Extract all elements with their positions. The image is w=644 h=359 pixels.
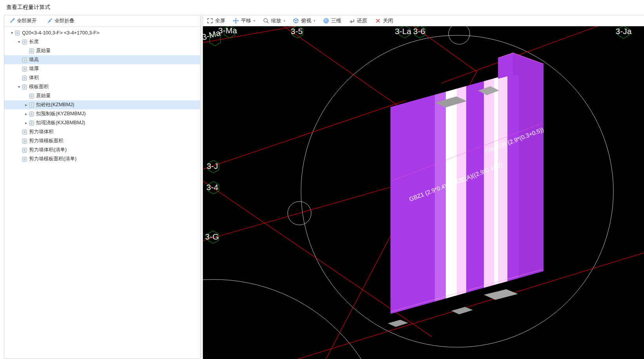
document-icon [29, 111, 34, 117]
calculation-tree-panel: 全部展开 全部折叠 ▾Q20<3-4-100,3-F> <3-4+1700,3-… [4, 15, 201, 359]
document-icon [22, 39, 27, 45]
tree-item-label: 墙厚 [29, 65, 39, 72]
tree-caret-icon[interactable]: ▾ [16, 85, 22, 89]
grid-axis-label: 3-5 [291, 27, 303, 36]
viewer-restore-button[interactable]: 还原 [349, 17, 367, 24]
tree-item-label: Q20<3-4-100,3-F> <3-4+1700,3-F> [22, 30, 99, 36]
collapse-all-button[interactable]: 全部折叠 [47, 18, 74, 24]
wall-3d-element[interactable]: GBZ106 (2.9*(0.3+0.5))GBZ1 (2.9*0.4)*2+2… [388, 50, 545, 327]
title-bar: 查看工程量计算式 [0, 0, 644, 15]
document-icon [22, 156, 27, 162]
document-icon [22, 138, 27, 144]
tree-item-label: 长度 [29, 38, 39, 45]
tree-item[interactable]: 剪力墙体积 [4, 127, 200, 136]
tree-item-label: 剪力墙模板面积 [29, 138, 64, 144]
threed-icon [323, 18, 329, 24]
tree-item[interactable]: 剪力墙模板面积 [4, 136, 200, 145]
tree-item-label: 原始量 [36, 92, 51, 99]
grid-axis-label: 3-G [205, 232, 219, 241]
tree-caret-icon[interactable]: ▸ [23, 112, 29, 116]
tree-caret-icon[interactable]: ▸ [23, 121, 29, 125]
viewer-button-label: 三维 [331, 17, 341, 24]
zoom-icon [263, 18, 269, 24]
restore-icon [349, 18, 355, 24]
viewer-button-label: 缩放 [271, 17, 281, 24]
tree-item-label: 剪力墙体积 [29, 129, 54, 135]
document-icon [22, 57, 27, 63]
viewer-pan-button[interactable]: 平移▾ [233, 17, 255, 24]
viewer-button-label: 关闭 [383, 17, 393, 24]
calculation-tree: ▾Q20<3-4-100,3-F> <3-4+1700,3-F>▾长度原始量墙高… [4, 27, 200, 163]
bottom-reference-arc [203, 279, 390, 359]
tree-item[interactable]: 墙高 [4, 55, 200, 64]
wall-front-face [390, 50, 544, 324]
tree-item[interactable]: ▸扣砼柱(KZMBMJ) [4, 100, 200, 109]
tree-item-label: 原始量 [36, 47, 51, 54]
viewer-button-label: 还原 [357, 17, 367, 24]
tree-item-label: 剪力墙模板面积(清单) [29, 156, 77, 162]
tree-item[interactable]: ▾Q20<3-4-100,3-F> <3-4+1700,3-F> [4, 28, 200, 37]
tree-item[interactable]: 剪力墙模板面积(清单) [4, 154, 200, 163]
tree-item-label: 扣现浇板(KXJBMBMJ) [36, 120, 85, 126]
document-icon [22, 66, 27, 72]
document-icon [29, 102, 34, 108]
viewer-topview-button[interactable]: 俯视▾ [293, 17, 316, 24]
tree-item-label: 扣砼柱(KZMBMJ) [36, 102, 74, 108]
viewer-zoom-button[interactable]: 缩放▾ [263, 17, 286, 24]
topview-icon [293, 18, 299, 24]
fullscreen-icon [207, 18, 213, 24]
dropdown-caret-icon[interactable]: ▾ [254, 19, 255, 23]
collapse-all-icon [47, 18, 53, 24]
tree-item[interactable]: ▸扣现浇板(KXJBMBMJ) [4, 118, 200, 127]
document-icon [22, 129, 27, 135]
grid-axis-label: 3-Ja [616, 27, 632, 36]
viewer-button-label: 俯视 [301, 17, 311, 24]
grid-axis-label: 3-Ma [218, 26, 237, 35]
tree-item-label: 扣预制板(KYZBMBMJ) [36, 111, 86, 117]
tree-item[interactable]: ▸扣预制板(KYZBMBMJ) [4, 109, 200, 118]
viewer-panel: 全屏平移▾缩放▾俯视▾三维还原关闭 [203, 15, 644, 359]
document-icon [22, 84, 27, 90]
tree-item-label: 模板面积 [29, 83, 49, 90]
document-icon [15, 30, 20, 36]
expand-all-label: 全部展开 [17, 18, 36, 24]
viewport-3d-canvas[interactable]: GBZ106 (2.9*(0.3+0.5))GBZ1 (2.9*0.4)*2+2… [203, 26, 644, 359]
grid-axis-label: 3-La [395, 27, 411, 36]
grid-axis-label: 3-J [206, 161, 218, 170]
tree-item[interactable]: ▾模板面积 [4, 82, 200, 91]
tree-item[interactable]: 原始量 [4, 46, 200, 55]
page-title: 查看工程量计算式 [6, 4, 50, 11]
expand-all-icon [9, 18, 15, 24]
document-icon [29, 48, 34, 54]
viewer-close-button[interactable]: 关闭 [375, 17, 393, 24]
viewer-toolbar: 全屏平移▾缩放▾俯视▾三维还原关闭 [203, 15, 644, 26]
tree-item[interactable]: ▾长度 [4, 37, 200, 46]
grid-axis-label: 3-4 [206, 183, 219, 192]
tree-item[interactable]: 剪力墙体积(清单) [4, 145, 200, 154]
expand-all-button[interactable]: 全部展开 [9, 18, 36, 24]
grid-axis-label: 3-6 [413, 27, 425, 36]
tree-item-label: 体积 [29, 74, 39, 81]
viewer-button-label: 全屏 [215, 17, 225, 24]
pan-icon [233, 18, 239, 24]
tree-item[interactable]: 原始量 [4, 91, 200, 100]
document-icon [22, 75, 27, 81]
viewer-threed-button[interactable]: 三维 [323, 17, 341, 24]
tree-item[interactable]: 体积 [4, 73, 200, 82]
tree-item-label: 墙高 [29, 56, 39, 63]
viewer-button-label: 平移 [241, 17, 251, 24]
dropdown-caret-icon[interactable]: ▾ [314, 19, 316, 23]
close-icon [375, 18, 381, 24]
document-icon [22, 147, 27, 153]
tree-caret-icon[interactable]: ▸ [23, 103, 29, 107]
tree-toolbar: 全部展开 全部折叠 [4, 15, 200, 27]
document-icon [29, 93, 34, 99]
tree-caret-icon[interactable]: ▾ [16, 40, 22, 44]
viewer-fullscreen-button[interactable]: 全屏 [207, 17, 225, 24]
dropdown-caret-icon[interactable]: ▾ [284, 19, 286, 23]
collapse-all-label: 全部折叠 [55, 18, 74, 24]
tree-item[interactable]: 墙厚 [4, 64, 200, 73]
tree-caret-icon[interactable]: ▾ [9, 31, 15, 35]
tree-item-label: 剪力墙体积(清单) [29, 147, 67, 153]
document-icon [29, 120, 34, 126]
